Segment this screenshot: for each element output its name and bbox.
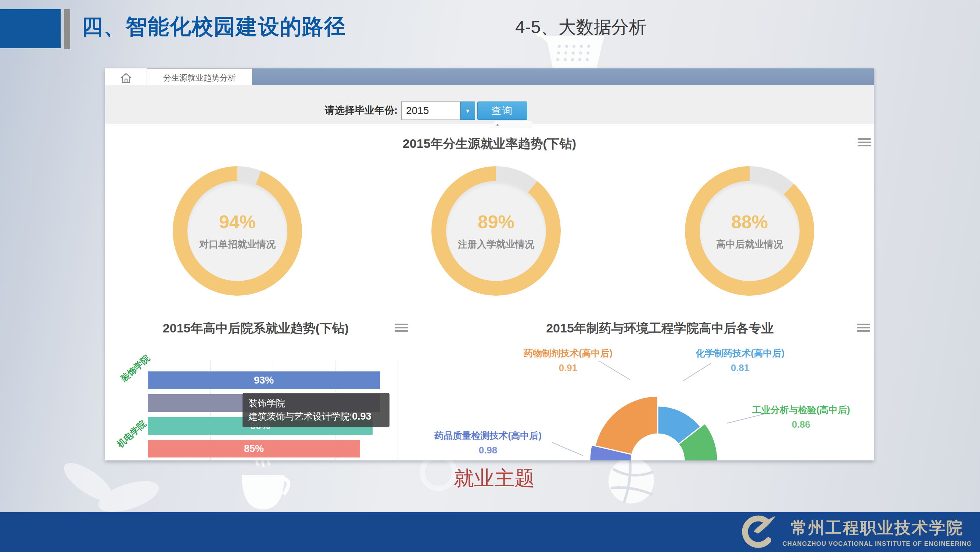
slide-caption: 就业主题 bbox=[402, 465, 586, 492]
institute-logo: 常州工程职业技术学院 CHANGZHOU VOCATIONAL INSTITUT… bbox=[739, 515, 972, 549]
collapse-arrow-icon: ▲ bbox=[495, 122, 500, 127]
gauge-label: 注册入学就业情况 bbox=[458, 238, 534, 251]
gauge-chart-title: 2015年分生源就业率趋势(下钻) bbox=[105, 135, 874, 152]
gauge-value: 89% bbox=[478, 211, 514, 233]
bar-fourth[interactable]: 85% bbox=[148, 440, 360, 458]
footer-bar: 常州工程职业技术学院 CHANGZHOU VOCATIONAL INSTITUT… bbox=[0, 512, 980, 552]
chevron-down-icon: ▼ bbox=[465, 108, 471, 114]
home-button[interactable] bbox=[105, 69, 147, 88]
institute-logo-icon bbox=[739, 515, 777, 549]
title-accent-bar bbox=[64, 9, 70, 49]
bar-chart-title: 2015年高中后院系就业趋势(下钻) bbox=[127, 320, 384, 337]
gauge-value: 88% bbox=[731, 211, 768, 233]
gauge-center: 94% 对口单招就业情况 bbox=[188, 181, 287, 281]
bar-chart-menu-icon[interactable] bbox=[395, 324, 408, 333]
rose-chart-title: 2015年制药与环境工程学院高中后各专业 bbox=[531, 320, 789, 337]
gauge-label: 对口单招就业情况 bbox=[199, 238, 275, 251]
flower-watermark-icon bbox=[598, 454, 664, 509]
gridline bbox=[398, 361, 398, 460]
bar-chart-tooltip: 装饰学院 建筑装饰与艺术设计学院:0.93 bbox=[242, 393, 390, 428]
rose-label-huaxuezhiyao: 化学制药技术(高中后) 0.81 bbox=[674, 347, 806, 373]
dashboard-panel: 分生源就业趋势分析 请选择毕业年份: 2015 ▼ 查询 ▲ 2015年分生源就… bbox=[105, 69, 874, 460]
tooltip-value: 0.93 bbox=[352, 411, 372, 422]
bar-value-label: 93% bbox=[254, 375, 274, 386]
gauge-center: 88% 高中后就业情况 bbox=[700, 181, 800, 281]
rose-label-gongyefenxi: 工业分析与检验(高中后) 0.86 bbox=[735, 404, 867, 430]
tooltip-line2: 建筑装饰与艺术设计学院:0.93 bbox=[248, 410, 383, 423]
rose-chart bbox=[577, 380, 738, 460]
page-subtitle: 4-5、大数据分析 bbox=[515, 16, 646, 39]
year-dropdown-button[interactable]: ▼ bbox=[460, 102, 475, 120]
gauge-value: 94% bbox=[219, 211, 256, 233]
rose-value: 0.91 bbox=[502, 362, 634, 373]
rose-slice-yaowuzhiji[interactable] bbox=[595, 396, 658, 455]
filter-label: 请选择毕业年份: bbox=[325, 104, 398, 117]
corner-accent-square bbox=[0, 9, 60, 48]
bar-value-label: 85% bbox=[244, 443, 264, 455]
query-button-label: 查询 bbox=[491, 104, 513, 117]
home-icon bbox=[119, 72, 133, 84]
rose-value: 0.81 bbox=[674, 362, 806, 373]
section-title: 四、智能化校园建设的路径 bbox=[81, 13, 346, 41]
rose-value: 0.86 bbox=[735, 419, 867, 430]
rose-chart-menu-icon[interactable] bbox=[857, 324, 870, 333]
tab-label: 分生源就业趋势分析 bbox=[163, 72, 236, 83]
institute-name-en: CHANGZHOU VOCATIONAL INSTITUTE OF ENGINE… bbox=[782, 540, 972, 547]
gauge-center: 89% 注册入学就业情况 bbox=[446, 181, 546, 281]
gauge-chart-menu-icon[interactable] bbox=[858, 138, 871, 148]
gauge-label: 高中后就业情况 bbox=[716, 238, 783, 251]
institute-name-cn: 常州工程职业技术学院 bbox=[782, 517, 972, 539]
year-value: 2015 bbox=[406, 105, 429, 116]
tooltip-line1: 装饰学院 bbox=[248, 396, 383, 410]
query-button[interactable]: 查询 bbox=[477, 102, 527, 120]
bar-axis-label-jidian: 机电学院 bbox=[115, 418, 149, 450]
year-select-input[interactable]: 2015 bbox=[401, 102, 460, 120]
tab-employment-trend-analysis[interactable]: 分生源就业趋势分析 bbox=[147, 69, 252, 88]
bar-zhuangshi[interactable]: 93% bbox=[148, 372, 380, 389]
leaves-watermark-icon bbox=[48, 461, 165, 513]
rose-label-yaopinzhiliang: 药品质量检测技术(高中后) 0.98 bbox=[422, 429, 554, 456]
bar-axis-label-zhuangshi: 装饰学院 bbox=[118, 352, 153, 384]
rose-label-yaowuzhiji: 药物制剂技术(高中后) 0.91 bbox=[502, 347, 634, 373]
rose-value: 0.98 bbox=[422, 445, 554, 456]
